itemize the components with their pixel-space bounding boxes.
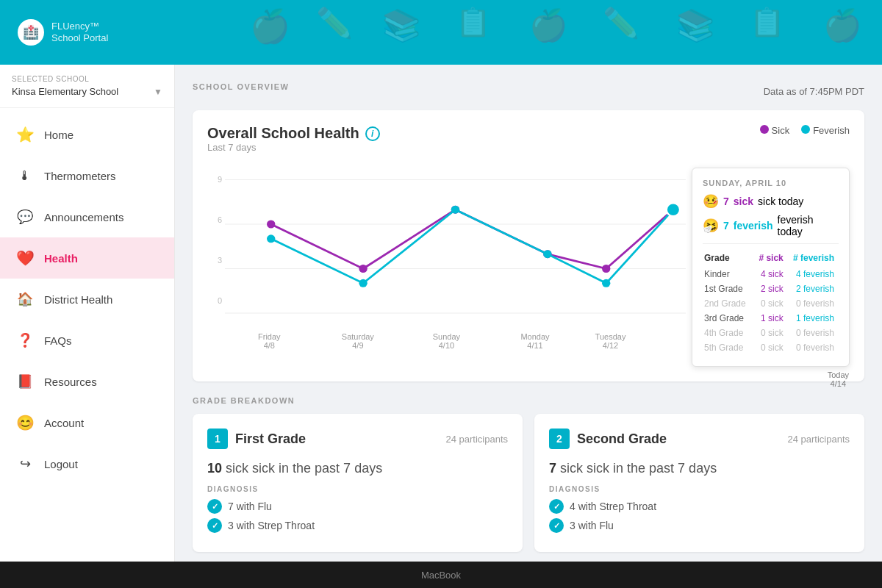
grade-card-1: 1 First Grade 24 participants 10 sick si… [193,414,523,552]
x-label-monday: Monday [491,332,580,341]
table-row: 5th Grade 0 sick 0 feverish [704,341,837,354]
table-row: 2nd Grade 0 sick 0 feverish [704,297,837,310]
grade-participants-1: 24 participants [445,434,508,445]
health-icon: ❤️ [15,248,35,268]
macbook-bar: MacBook [0,562,882,588]
data-timestamp: Data as of 7:45PM PDT [764,86,864,97]
grade-card-header-1: 1 First Grade 24 participants [207,429,508,449]
sidebar-item-faqs[interactable]: ❓ FAQs [0,320,174,361]
logout-icon: ↪ [15,453,35,474]
svg-point-13 [543,250,551,258]
legend-feverish: Feverish [801,125,850,136]
sidebar-item-label: Logout [44,458,78,470]
diagnosis-item-2a: 4 with Strep Throat [549,499,850,514]
sidebar-item-thermometers[interactable]: 🌡 Thermometers [0,155,174,196]
sidebar-item-home[interactable]: ⭐ Home [0,114,174,155]
sidebar-item-label: Announcements [44,211,123,223]
svg-point-14 [602,279,610,287]
grade-badge-2: 2 [549,429,570,449]
grade-name-2: Second Grade [577,431,667,447]
faqs-icon: ❓ [15,330,35,351]
diagnosis-dot [207,499,222,514]
table-row: 3rd Grade 1 sick 1 feverish [704,312,837,325]
sidebar-item-resources[interactable]: 📕 Resources [0,361,174,402]
app-title: FLUency™ School Portal [51,21,108,43]
today-label: Today4/14 [828,370,849,388]
logo-icon: 🏥 [18,19,44,46]
resources-icon: 📕 [15,371,35,392]
info-icon[interactable]: i [365,126,380,141]
sick-label: sick [226,461,248,476]
account-icon: 😊 [15,412,35,433]
chart-legend: Sick Feverish [760,125,850,136]
diagnosis-dot [549,518,564,533]
sick-stat-1: 10 sick sick in the past 7 days [207,461,508,476]
table-row: 4th Grade 0 sick 0 feverish [704,326,837,340]
col-sick: # sick [756,251,786,266]
macbook-label: MacBook [421,570,461,581]
overview-section-title: SCHOOL OVERVIEW [193,82,290,91]
announcements-icon: 💬 [15,207,35,227]
grade-badge-1: 1 [207,429,228,449]
chart-card: Overall School Health i Last 7 days Sick… [193,110,864,381]
chart-card-header: Overall School Health i Last 7 days Sick… [207,125,850,165]
tooltip-feverish-row: 🤧 7 feverish feverish today [703,214,839,237]
col-grade: Grade [704,251,754,266]
diagnosis-dot [207,518,222,533]
district-health-icon: 🏠 [15,289,35,309]
sidebar-item-district-health[interactable]: 🏠 District Health [0,279,174,320]
sidebar: Selected School Kinsa Elementary School … [0,65,175,562]
chart-svg [225,168,686,329]
chart-subtitle: Last 7 days [207,142,380,153]
tooltip-table: Grade # sick # feverish Kinder 4 sick 4 … [703,250,839,356]
grade-card-header-2: 2 Second Grade 24 participants [549,429,850,449]
svg-point-5 [359,265,367,273]
main-content: SCHOOL OVERVIEW Data as of 7:45PM PDT Ov… [175,65,882,562]
grade-grid: 1 First Grade 24 participants 10 sick si… [193,414,864,552]
diagnosis-title-2: DIAGNOSIS [549,485,850,493]
home-icon: ⭐ [15,124,35,145]
sidebar-item-label: Resources [44,376,97,388]
sidebar-item-logout[interactable]: ↪ Logout [0,443,174,484]
school-selector-value[interactable]: Kinsa Elementary School ▼ [12,86,162,97]
grade-participants-2: 24 participants [787,434,850,445]
sidebar-item-account[interactable]: 😊 Account [0,402,174,443]
logo: 🏥 FLUency™ School Portal [18,19,108,46]
svg-point-4 [267,220,275,229]
diagnosis-item-2b: 3 with Flu [549,518,850,533]
chart-area: 9 6 3 0 [207,168,686,329]
overview-section-header: SCHOOL OVERVIEW Data as of 7:45PM PDT [193,82,864,100]
svg-point-10 [267,234,275,243]
sidebar-item-announcements[interactable]: 💬 Announcements [0,196,174,237]
tooltip-date: SUNDAY, APRIL 10 [703,179,839,187]
x-label-saturday: Saturday [314,332,403,341]
chart-title: Overall School Health i [207,125,380,142]
thermometer-icon: 🌡 [15,165,35,186]
sidebar-item-label: Account [44,417,84,429]
table-row: Kinder 4 sick 4 feverish [704,268,837,281]
chevron-down-icon: ▼ [154,87,162,97]
diagnosis-dot [549,499,564,514]
legend-sick: Sick [760,125,790,136]
selected-school-name: Kinsa Elementary School [12,86,118,97]
school-selector[interactable]: Selected School Kinsa Elementary School … [0,65,174,108]
school-selector-label: Selected School [12,75,162,83]
grade-breakdown-title: GRADE BREAKDOWN [193,396,864,405]
svg-point-15 [667,203,680,216]
chart-tooltip: SUNDAY, APRIL 10 🤒 7 sick sick today 🤧 7… [692,168,850,367]
app-header: 🏥 FLUency™ School Portal 🍎 ✏️ 📚 📋 🍎 ✏️ 📚… [0,0,882,65]
col-feverish: # feverish [788,251,837,266]
grade-name-1: First Grade [235,431,306,447]
tooltip-sick-row: 🤒 7 sick sick today [703,193,839,209]
sidebar-item-label: Thermometers [44,170,116,182]
x-label-sunday: Sunday [402,332,491,341]
sick-stat-2: 7 sick sick in the past 7 days [549,461,850,476]
grade-card-2: 2 Second Grade 24 participants 7 sick si… [534,414,864,552]
sidebar-item-label: Health [44,252,78,265]
diagnosis-item-1a: 7 with Flu [207,499,508,514]
sidebar-item-label: FAQs [44,334,72,347]
nav-list: ⭐ Home 🌡 Thermometers 💬 Announcements ❤️… [0,108,174,562]
sidebar-item-health[interactable]: ❤️ Health [0,237,174,279]
diagnosis-item-1b: 3 with Strep Throat [207,518,508,533]
diagnosis-title-1: DIAGNOSIS [207,485,508,493]
